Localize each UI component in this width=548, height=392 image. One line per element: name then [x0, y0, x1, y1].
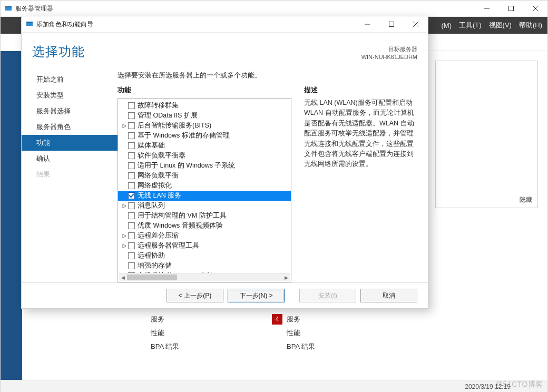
wizard-step[interactable]: 确认 — [22, 151, 118, 166]
expander-icon[interactable] — [121, 123, 127, 129]
svg-rect-3 — [509, 6, 514, 11]
install-button[interactable]: 安装(I) — [299, 289, 356, 302]
expander-icon — [121, 173, 127, 179]
tile-line[interactable]: 4 服务 — [272, 312, 376, 326]
checkbox[interactable] — [128, 202, 135, 209]
checkbox[interactable] — [128, 172, 135, 179]
checkbox[interactable] — [128, 182, 135, 189]
maximize-button[interactable] — [379, 16, 404, 32]
checkbox[interactable] — [128, 252, 135, 259]
expander-icon — [121, 183, 127, 189]
horizontal-scrollbar[interactable]: ◀ ▶ — [119, 273, 290, 281]
feature-label: 无线 LAN 服务 — [138, 191, 181, 200]
expander-icon[interactable] — [121, 233, 127, 239]
menu-item[interactable]: 帮助(H) — [519, 21, 542, 30]
feature-row[interactable]: 后台智能传输服务(BITS) — [118, 121, 291, 131]
feature-row[interactable]: 远程服务器管理工具 — [118, 241, 291, 251]
wizard-step[interactable]: 服务器选择 — [22, 103, 118, 119]
hide-link[interactable]: 隐藏 — [520, 195, 532, 204]
feature-row[interactable]: 媒体基础 — [118, 141, 291, 151]
menu-item[interactable]: 工具(T) — [459, 21, 482, 30]
feature-label: 组策略管理 — [138, 281, 172, 282]
sidebar-strip — [1, 51, 22, 380]
wizard-footer: < 上一步(P) 下一步(N) > 安装(I) 取消 — [22, 282, 428, 308]
feature-row[interactable]: 网络虚拟化 — [118, 181, 291, 191]
features-column: 功能 故障转移群集管理 OData IIS 扩展后台智能传输服务(BITS)基于… — [118, 85, 291, 282]
scroll-right-icon[interactable]: ▶ — [282, 273, 290, 281]
outer-titlebar: 服务器管理器 — [1, 1, 547, 17]
feature-label: 软件负载平衡器 — [138, 151, 185, 160]
feature-row[interactable]: 远程差分压缩 — [118, 231, 291, 241]
feature-row[interactable]: 优质 Windows 音频视频体验 — [118, 221, 291, 231]
feature-row[interactable]: 无线 LAN 服务 — [118, 191, 291, 201]
checkbox[interactable] — [128, 262, 135, 269]
info-panel: 隐藏 — [435, 61, 538, 208]
feature-row[interactable]: 增强的存储 — [118, 261, 291, 271]
checkbox[interactable] — [128, 122, 135, 129]
checkbox[interactable] — [128, 212, 135, 219]
feature-row[interactable]: 故障转移群集 — [118, 101, 291, 111]
checkbox[interactable] — [128, 102, 135, 109]
wizard-step[interactable]: 开始之前 — [22, 72, 118, 87]
expander-icon[interactable] — [121, 203, 127, 209]
checkbox[interactable] — [128, 162, 135, 169]
server-manager-icon — [5, 5, 12, 12]
feature-row[interactable]: 远程协助 — [118, 251, 291, 261]
feature-row[interactable]: 管理 OData IIS 扩展 — [118, 111, 291, 121]
status-bar: 2020/3/19 12:19 — [1, 380, 547, 392]
add-roles-wizard: 添加角色和功能向导 选择功能 目标服务器 WIN-NUHK61JEDHM 开始之… — [21, 16, 428, 309]
previous-button[interactable]: < 上一步(P) — [167, 289, 223, 302]
scroll-left-icon[interactable]: ◀ — [119, 273, 127, 281]
expander-icon — [121, 193, 127, 199]
wizard-window-title: 添加角色和功能向导 — [36, 20, 93, 29]
feature-label: 网络负载平衡 — [138, 171, 179, 180]
tile-line[interactable]: BPA 结果 — [272, 340, 376, 354]
feature-row[interactable]: 用于结构管理的 VM 防护工具 — [118, 211, 291, 221]
minimize-button[interactable] — [355, 16, 379, 32]
checkbox[interactable] — [128, 152, 135, 159]
wizard-step[interactable]: 功能 — [22, 135, 118, 151]
menu-item[interactable]: 视图(V) — [489, 21, 512, 30]
minimize-button[interactable] — [475, 1, 499, 16]
expander-icon — [121, 253, 127, 259]
expander-icon — [121, 163, 127, 169]
checkbox[interactable] — [128, 232, 135, 239]
wizard-step[interactable]: 安装类型 — [22, 87, 118, 103]
feature-row[interactable]: 适用于 Linux 的 Windows 子系统 — [118, 161, 291, 171]
expander-icon[interactable] — [121, 243, 127, 249]
maximize-button[interactable] — [499, 1, 523, 16]
feature-row[interactable]: 消息队列 — [118, 201, 291, 211]
feature-row[interactable]: 软件负载平衡器 — [118, 151, 291, 161]
wizard-step[interactable]: 服务器角色 — [22, 119, 118, 135]
outer-window-controls — [475, 1, 547, 16]
feature-row[interactable]: 基于 Windows 标准的存储管理 — [118, 131, 291, 141]
checkbox[interactable] — [128, 132, 135, 139]
target-server-block: 目标服务器 WIN-NUHK61JEDHM — [361, 45, 417, 62]
checkbox[interactable] — [128, 142, 135, 149]
tile-line[interactable]: 性能 — [136, 326, 240, 340]
scroll-thumb[interactable] — [127, 275, 177, 280]
feature-label: 增强的存储 — [138, 261, 172, 270]
checkbox[interactable] — [128, 112, 135, 119]
feature-row[interactable]: 网络负载平衡 — [118, 171, 291, 181]
checkbox[interactable] — [128, 222, 135, 229]
svg-rect-1 — [5, 6, 12, 7]
feature-label: 适用于 Linux 的 Windows 子系统 — [138, 161, 235, 170]
close-button[interactable] — [404, 16, 428, 32]
cancel-button[interactable]: 取消 — [360, 289, 417, 302]
next-button[interactable]: 下一步(N) > — [228, 289, 285, 302]
expander-icon — [121, 103, 127, 109]
menu-item[interactable]: (M) — [442, 22, 452, 30]
features-listbox[interactable]: 故障转移群集管理 OData IIS 扩展后台智能传输服务(BITS)基于 Wi… — [118, 98, 291, 282]
wizard-body: 开始之前安装类型服务器选择服务器角色功能确认结果 选择要安装在所选服务器上的一个… — [22, 68, 428, 282]
checkbox[interactable] — [128, 192, 135, 199]
feature-label: 故障转移群集 — [138, 101, 179, 110]
tile-line[interactable]: 服务 — [136, 312, 240, 326]
close-button[interactable] — [523, 1, 547, 16]
outer-window-title: 服务器管理器 — [15, 4, 53, 13]
target-server-name: WIN-NUHK61JEDHM — [361, 53, 417, 61]
tile-line[interactable]: 性能 — [272, 326, 376, 340]
tile-line[interactable]: BPA 结果 — [136, 340, 240, 354]
description-column: 描述 无线 LAN (WLAN)服务可配置和启动 WLAN 自动配置服务，而无论… — [304, 85, 417, 282]
checkbox[interactable] — [128, 242, 135, 249]
